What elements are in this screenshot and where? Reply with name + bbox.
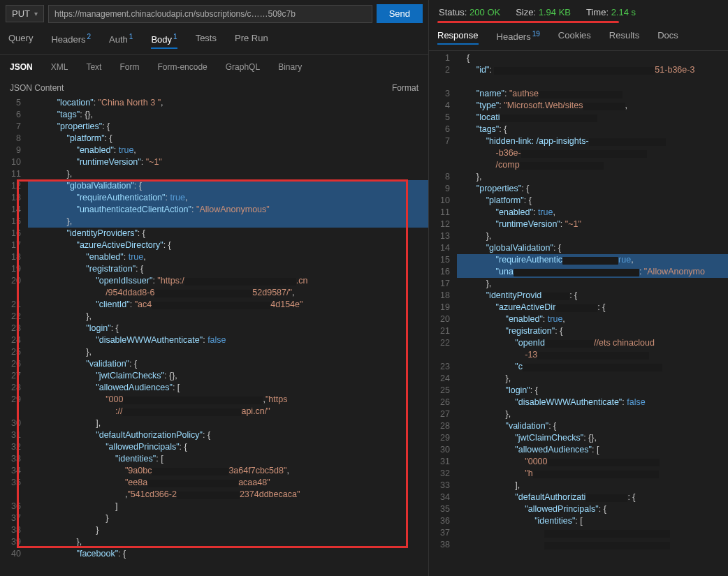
subtab-binary[interactable]: Binary xyxy=(278,62,302,72)
response-tabs: ResponseHeaders19CookiesResultsDocs xyxy=(429,24,728,51)
tab-headers[interactable]: Headers2 xyxy=(51,33,91,49)
request-bar: PUT ▾ Send xyxy=(0,0,428,27)
tab-query[interactable]: Query xyxy=(8,33,33,49)
tab-headers[interactable]: Headers19 xyxy=(497,30,540,45)
url-input[interactable] xyxy=(48,5,372,23)
body-subtabs: JSONXMLTextFormForm-encodeGraphQLBinary xyxy=(0,55,428,79)
tab-auth[interactable]: Auth1 xyxy=(109,33,133,49)
tab-pre-run[interactable]: Pre Run xyxy=(235,33,268,49)
subtab-xml[interactable]: XML xyxy=(51,62,68,72)
tab-body[interactable]: Body1 xyxy=(151,33,177,49)
subtab-form-encode[interactable]: Form-encode xyxy=(157,62,207,72)
tab-results[interactable]: Results xyxy=(609,30,639,45)
tab-tests[interactable]: Tests xyxy=(196,33,217,49)
body-content-header: JSON Content Format xyxy=(0,79,428,96)
tab-response[interactable]: Response xyxy=(437,30,479,45)
time-field: Time: 2.14 s xyxy=(586,7,636,17)
request-tabs: QueryHeaders2Auth1Body1TestsPre Run xyxy=(0,27,428,55)
chevron-down-icon: ▾ xyxy=(34,10,38,17)
method-value: PUT xyxy=(12,8,30,19)
request-body-editor[interactable]: 5 "location": "China North 3 ",6 "tags":… xyxy=(0,96,428,576)
underline-annotation-icon xyxy=(437,21,619,23)
tab-docs[interactable]: Docs xyxy=(657,30,678,45)
subtab-json[interactable]: JSON xyxy=(10,62,33,72)
request-pane: PUT ▾ Send QueryHeaders2Auth1Body1TestsP… xyxy=(0,0,429,576)
subtab-text[interactable]: Text xyxy=(86,62,101,72)
send-button[interactable]: Send xyxy=(377,4,423,23)
format-link[interactable]: Format xyxy=(392,83,418,93)
status-bar: Status: 200 OK Size: 1.94 KB Time: 2.14 … xyxy=(429,0,728,24)
subtab-graphql[interactable]: GraphQL xyxy=(226,62,260,72)
status-field: Status: 200 OK xyxy=(439,7,500,17)
response-body-viewer[interactable]: 1 {2 "id": 51-b36e-3 3 "name": "authse4 … xyxy=(429,51,728,576)
method-select[interactable]: PUT ▾ xyxy=(6,5,44,22)
tab-cookies[interactable]: Cookies xyxy=(558,30,591,45)
content-label: JSON Content xyxy=(10,83,64,93)
size-field: Size: 1.94 KB xyxy=(516,7,571,17)
subtab-form[interactable]: Form xyxy=(119,62,139,72)
response-pane: Status: 200 OK Size: 1.94 KB Time: 2.14 … xyxy=(429,0,728,576)
